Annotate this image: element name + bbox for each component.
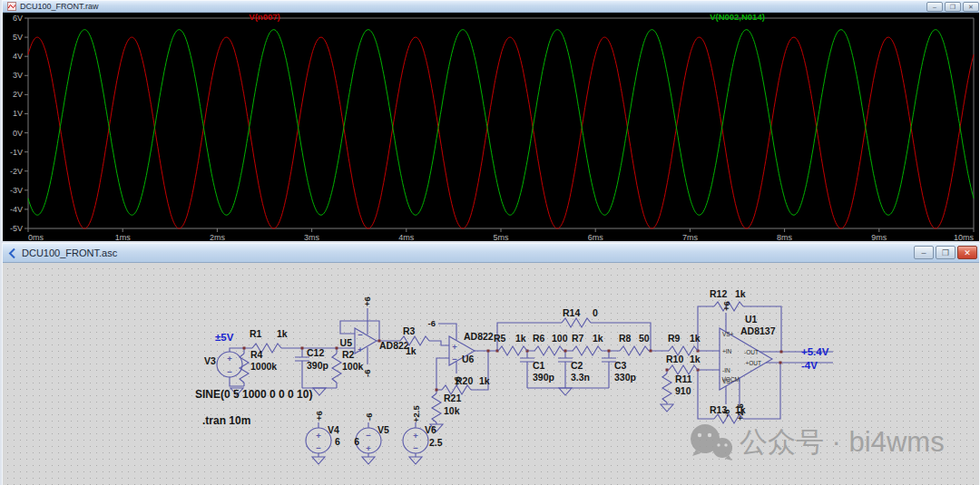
svg-text:V3: V3 <box>204 355 216 366</box>
resistor-R2[interactable]: R2 100k <box>332 349 364 383</box>
svg-text:R20: R20 <box>456 375 473 386</box>
minimize-icon[interactable]: – <box>914 246 934 259</box>
ltspice-screen: DCU100_FRONT.raw – ❐ ✕ 6V5V4V3V2V1V0V-1V… <box>0 0 980 485</box>
source-V6[interactable]: + − V6 2.5 +2.5 <box>403 405 443 453</box>
svg-text:C3: C3 <box>614 360 627 371</box>
svg-text:R6: R6 <box>533 333 545 344</box>
waveform-window: DCU100_FRONT.raw – ❐ ✕ 6V5V4V3V2V1V0V-1V… <box>2 0 980 241</box>
schematic-titlebar[interactable]: DCU100_FRONT.asc – ❐ ✕ <box>3 243 979 263</box>
resistor-R11[interactable]: R11 910 <box>662 373 692 403</box>
svg-text:V4: V4 <box>328 424 339 435</box>
y-tick-label: 0V <box>13 129 23 138</box>
maximize-icon[interactable]: ❐ <box>945 2 961 12</box>
waveform-titlebar[interactable]: DCU100_FRONT.raw – ❐ ✕ <box>3 0 979 13</box>
svg-text:+: + <box>413 431 418 440</box>
y-tick-label: 3V <box>13 71 23 80</box>
y-tick-label: -5V <box>10 224 23 233</box>
svg-text:R12: R12 <box>710 288 727 299</box>
svg-text:390p: 390p <box>307 360 328 371</box>
svg-text:−: − <box>366 431 371 440</box>
svg-text:+: + <box>452 342 457 351</box>
net-label: -6 <box>364 413 374 421</box>
svg-text:1k: 1k <box>690 333 701 344</box>
svg-text:R3: R3 <box>403 325 416 336</box>
svg-text:R5: R5 <box>494 333 506 344</box>
source-V3[interactable]: + − V3 ±5V <box>204 332 242 377</box>
y-tick-label: 2V <box>13 90 23 99</box>
resistor-R7[interactable]: R7 1k <box>572 333 603 355</box>
wechat-icon <box>691 424 732 461</box>
svg-text:VOCM: VOCM <box>722 376 740 383</box>
svg-text:330p: 330p <box>614 372 636 383</box>
net-label: -6 <box>721 410 731 417</box>
schematic-canvas[interactable]: + − V3 ±5V R1 1k R4 1000k <box>3 263 979 485</box>
y-tick-label: -1V <box>10 148 23 157</box>
x-tick-label: 7ms <box>682 233 699 241</box>
tran-directive[interactable]: .tran 10m <box>202 414 250 427</box>
svg-text:U6: U6 <box>462 354 475 364</box>
capacitor-C2[interactable]: C2 3.3n <box>558 358 590 383</box>
svg-text:1k: 1k <box>406 345 416 356</box>
svg-text:R1: R1 <box>250 328 262 339</box>
x-tick-label: 8ms <box>777 233 793 241</box>
y-tick-label: 1V <box>13 109 23 118</box>
resistor-R8[interactable]: R8 50 <box>619 333 650 355</box>
y-tick-label: -3V <box>10 186 23 195</box>
svg-text:+IN: +IN <box>722 348 732 354</box>
svg-text:R10: R10 <box>666 354 683 364</box>
svg-text:−: − <box>452 354 457 364</box>
resistor-R5[interactable]: R5 1k <box>494 333 527 355</box>
svg-text:AD822: AD822 <box>379 340 409 351</box>
svg-text:1k: 1k <box>515 333 526 344</box>
capacitor-C3[interactable]: C3 330p <box>602 358 636 383</box>
resistor-R6[interactable]: R6 100 <box>533 333 568 355</box>
minimize-icon[interactable]: – <box>926 2 943 12</box>
close-icon[interactable]: ✕ <box>957 246 977 259</box>
capacitor-C1[interactable]: C1 390p <box>520 358 554 383</box>
svg-text:C12: C12 <box>307 347 324 358</box>
resistor-R4[interactable]: R4 1000k <box>240 349 277 383</box>
svg-text:C1: C1 <box>533 360 545 371</box>
resistor-R9[interactable]: R9 1k <box>668 333 701 355</box>
source-V5[interactable]: − + V5 6 -6 <box>354 413 389 453</box>
svg-text:R14: R14 <box>563 307 580 318</box>
waveform-plot[interactable]: 6V5V4V3V2V1V0V-1V-2V-3V-4V-5V0ms1ms2ms3m… <box>3 13 979 241</box>
svg-text:+OUT: +OUT <box>745 360 761 366</box>
svg-text:3.3n: 3.3n <box>571 372 590 383</box>
svg-text:0: 0 <box>593 307 598 318</box>
svg-text:2.5: 2.5 <box>429 437 443 448</box>
resistor-R14[interactable]: R14 0 <box>562 307 598 327</box>
resistor-R20[interactable]: R20 1k <box>442 375 490 394</box>
supply-annotation: ±5V <box>215 332 234 343</box>
trace-2[interactable] <box>28 30 974 216</box>
close-icon[interactable]: ✕ <box>963 2 979 12</box>
opamp-U1[interactable]: VS+ +IN -IN VS- -OUT +OUT VOCM U1 AD8137… <box>720 301 776 421</box>
trace-label[interactable]: V(n007) <box>249 13 279 22</box>
svg-text:U1: U1 <box>745 314 758 325</box>
x-tick-label: 4ms <box>398 233 415 241</box>
svg-text:1000k: 1000k <box>250 361 277 372</box>
trace-label[interactable]: V(N002,N014) <box>710 13 765 22</box>
source-V4[interactable]: + − V4 6 +6 <box>306 411 340 453</box>
x-tick-label: 10ms <box>954 233 975 241</box>
svg-text:390p: 390p <box>533 372 554 383</box>
svg-text:1k: 1k <box>735 288 746 299</box>
output-annotation-bottom: -4V <box>801 360 818 371</box>
resistor-R21[interactable]: R21 10k <box>432 393 461 422</box>
schematic-window-title: DCU100_FRONT.asc <box>22 247 117 258</box>
svg-text:10k: 10k <box>444 405 460 416</box>
maximize-icon[interactable]: ❐ <box>936 246 956 259</box>
capacitor-C12[interactable]: C12 390p <box>295 347 328 371</box>
svg-text:R4: R4 <box>250 349 263 360</box>
waveform-file-icon <box>7 2 16 11</box>
net-label: +6 <box>314 411 324 421</box>
svg-text:R21: R21 <box>444 393 461 403</box>
watermark-text: 公众号 · bi4wms <box>740 426 945 458</box>
svg-text:+: + <box>358 344 363 354</box>
resistor-R10[interactable]: R10 1k <box>666 354 701 374</box>
svg-text:V6: V6 <box>425 424 436 435</box>
net-label: +2.5 <box>411 405 421 422</box>
schematic-file-icon <box>7 247 18 259</box>
sine-directive[interactable]: SINE(0 5 1000 0 0 0 10) <box>195 388 312 401</box>
svg-text:−: − <box>413 443 418 452</box>
